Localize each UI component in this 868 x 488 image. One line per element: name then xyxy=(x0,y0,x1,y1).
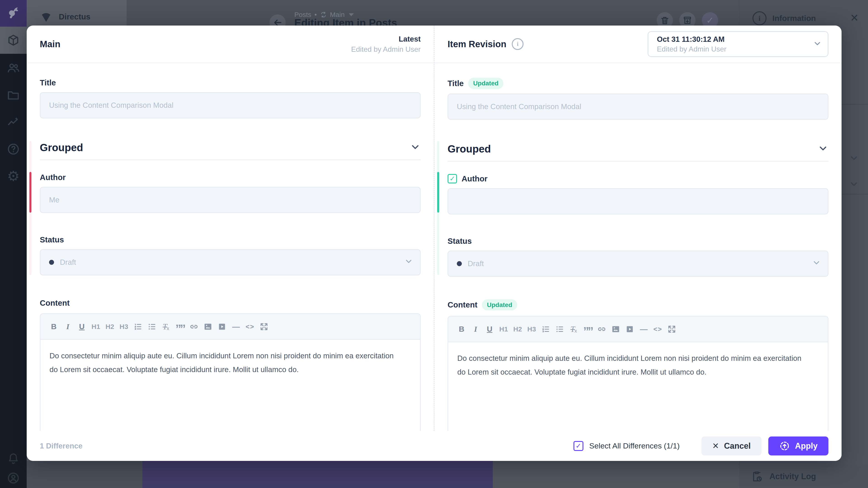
module-content-active[interactable] xyxy=(0,27,27,54)
author-input[interactable] xyxy=(447,188,829,215)
chevron-down-icon xyxy=(813,39,822,49)
ordered-list-button[interactable] xyxy=(540,323,551,335)
close-icon: ✕ xyxy=(712,441,719,451)
select-all-checkbox[interactable]: ✓ xyxy=(574,441,583,451)
link-button[interactable] xyxy=(188,320,199,333)
panel-main-header: Main Latest Edited by Admin User xyxy=(27,26,434,63)
field-author: ✓ Author xyxy=(447,174,829,215)
panel-main-title: Main xyxy=(40,39,60,49)
code-button[interactable]: <> xyxy=(244,320,256,333)
group-divider xyxy=(40,160,421,160)
underline-button[interactable]: U xyxy=(484,323,495,335)
panel-revision: Item Revision i Oct 31 11:30:12 AM Edite… xyxy=(434,26,842,431)
field-title: Title Using the Content Comparison Modal xyxy=(40,78,421,119)
underline-button[interactable]: U xyxy=(76,320,88,333)
title-field-label: Title xyxy=(447,78,464,88)
module-help[interactable] xyxy=(0,135,27,163)
status-value: Draft xyxy=(60,258,76,267)
bullet-list-button[interactable] xyxy=(146,320,158,333)
blockquote-button[interactable]: ”” xyxy=(582,321,593,337)
module-files[interactable] xyxy=(0,81,27,108)
video-button[interactable] xyxy=(216,320,228,333)
user-avatar-button[interactable] xyxy=(0,464,27,488)
content-field-label: Content xyxy=(40,298,70,308)
image-button[interactable] xyxy=(202,320,214,333)
field-content: Content B I U H1 H2 H3 Tx ”” xyxy=(40,298,421,431)
apply-label: Apply xyxy=(795,441,817,451)
difference-count: 1 Difference xyxy=(40,442,83,450)
horizontal-rule-button[interactable]: — xyxy=(638,323,649,335)
image-button[interactable] xyxy=(610,323,621,335)
code-button[interactable]: <> xyxy=(652,323,663,335)
status-dot-icon xyxy=(49,260,54,265)
removed-value-accent xyxy=(29,172,31,213)
link-button[interactable] xyxy=(596,323,608,335)
revision-select[interactable]: Oct 31 11:30:12 AM Edited by Admin User xyxy=(648,31,829,57)
h1-button[interactable]: H1 xyxy=(90,320,101,333)
background-under-modal xyxy=(27,461,143,488)
h2-button[interactable]: H2 xyxy=(512,323,523,335)
ordered-list-button[interactable] xyxy=(132,320,144,333)
module-users[interactable] xyxy=(0,54,27,81)
cancel-button[interactable]: ✕ Cancel xyxy=(702,436,762,455)
revision-timestamp: Oct 31 11:30:12 AM xyxy=(657,35,807,43)
title-input[interactable]: Using the Content Comparison Modal xyxy=(447,94,829,120)
italic-button[interactable]: I xyxy=(62,320,73,333)
version-caret-icon xyxy=(349,13,354,16)
status-select[interactable]: Draft xyxy=(40,249,421,275)
sidebar-collapse-chevron-icon[interactable] xyxy=(849,179,859,190)
h1-button[interactable]: H1 xyxy=(498,323,509,335)
h3-button[interactable]: H3 xyxy=(118,320,129,333)
author-diff-checkbox[interactable]: ✓ xyxy=(447,174,457,184)
directus-rabbit-logo xyxy=(6,6,21,21)
group-header[interactable]: Grouped xyxy=(447,143,829,155)
activity-log-label: Activity Log xyxy=(770,472,816,481)
italic-button[interactable]: I xyxy=(470,323,481,335)
sidebar-collapse-chevron-icon[interactable] xyxy=(849,153,859,164)
module-settings[interactable]: ⚙ xyxy=(0,163,27,190)
editor-body[interactable]: Do consectetur minim aliquip aute eu. Ci… xyxy=(40,340,420,385)
info-sidebar-header: i Information xyxy=(752,11,816,25)
title-input-value: Using the Content Comparison Modal xyxy=(49,101,174,109)
cancel-label: Cancel xyxy=(724,441,751,451)
clear-format-button[interactable]: Tx xyxy=(568,323,579,335)
video-button[interactable] xyxy=(624,323,636,335)
bold-button[interactable]: B xyxy=(456,323,467,335)
close-sidebar-icon[interactable]: ✕ xyxy=(850,13,859,23)
apply-button[interactable]: Apply xyxy=(768,436,829,455)
field-status: Status Draft xyxy=(40,235,421,275)
panel-main-meta: Latest Edited by Admin User xyxy=(351,35,421,54)
group-header[interactable]: Grouped xyxy=(40,141,421,154)
activity-log-button[interactable]: Activity Log xyxy=(739,465,868,488)
bullet-list-button[interactable] xyxy=(554,323,565,335)
bold-button[interactable]: B xyxy=(48,320,59,333)
status-field-label: Status xyxy=(40,235,421,245)
editor-toolbar: B I U H1 H2 H3 Tx ”” xyxy=(40,314,420,340)
modal-footer: 1 Difference ✓ Select All Differences (1… xyxy=(27,431,842,461)
h3-button[interactable]: H3 xyxy=(526,323,537,335)
horizontal-rule-button[interactable]: — xyxy=(230,320,242,333)
author-input-value: Me xyxy=(49,196,59,204)
title-input-value: Using the Content Comparison Modal xyxy=(457,102,581,111)
fullscreen-button[interactable] xyxy=(666,323,677,335)
title-input[interactable]: Using the Content Comparison Modal xyxy=(40,92,421,119)
author-field-label: Author xyxy=(462,174,488,184)
panel-revision-title: Item Revision xyxy=(447,39,506,49)
fullscreen-button[interactable] xyxy=(258,320,270,333)
h2-button[interactable]: H2 xyxy=(104,320,116,333)
revision-info-icon[interactable]: i xyxy=(512,38,524,50)
status-select[interactable]: Draft xyxy=(447,251,829,277)
clear-format-button[interactable]: Tx xyxy=(160,320,172,333)
editor-body[interactable]: Do consectetur minim aliquip aute eu. Ci… xyxy=(448,342,828,388)
module-insights[interactable] xyxy=(0,108,27,135)
field-content: Content Updated B I U H1 H2 H3 xyxy=(447,299,829,431)
directus-logo-tile[interactable] xyxy=(0,0,27,27)
background-under-modal xyxy=(493,461,739,488)
status-dot-icon xyxy=(457,261,462,266)
author-input[interactable]: Me xyxy=(40,187,421,213)
blockquote-button[interactable]: ”” xyxy=(174,318,186,335)
panel-main: Main Latest Edited by Admin User Title U… xyxy=(27,26,434,431)
page-illustration xyxy=(143,461,493,488)
module-bar: ⚙ xyxy=(0,0,27,488)
editor-toolbar: B I U H1 H2 H3 Tx ”” xyxy=(448,317,828,342)
